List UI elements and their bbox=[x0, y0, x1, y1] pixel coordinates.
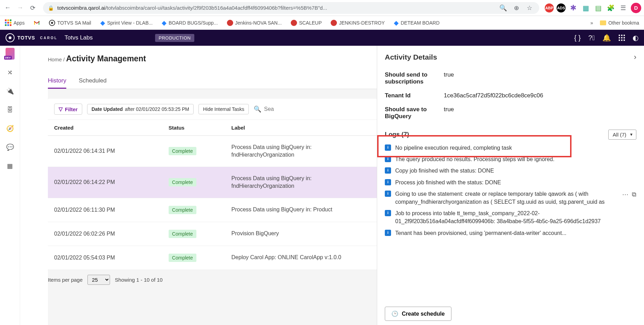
rail-chat[interactable]: 💬 bbox=[6, 143, 15, 152]
cell-label: Process Data using BigQuery in: fndHiera… bbox=[225, 167, 377, 198]
bookmark-jenkins-destroy[interactable]: JENKINS-DESTROY bbox=[329, 18, 387, 27]
search-input[interactable] bbox=[264, 106, 281, 112]
bookmark-board-bugs[interactable]: ◆ BOARD BUGS/Supp... bbox=[160, 18, 220, 28]
logs-filter-select[interactable]: All (7) bbox=[608, 130, 636, 140]
extensions-puzzle-icon[interactable]: 🧩 bbox=[606, 3, 616, 13]
detail-value: true bbox=[444, 106, 636, 120]
extension-icon-5[interactable]: ▤ bbox=[593, 3, 603, 13]
bookmark-label: Jenkins-NOVA SAN... bbox=[235, 20, 282, 26]
abp-extension-icon[interactable]: ABP bbox=[545, 3, 554, 12]
filter-chip-date[interactable]: Date Updated after 02/01/2022 05:53:25 P… bbox=[87, 104, 194, 114]
url-bar[interactable]: 🔒 totvscoimbra.qarol.ai/totvlabscoimbra/… bbox=[43, 2, 539, 14]
profile-avatar[interactable]: D bbox=[631, 3, 641, 13]
log-item[interactable]: iNo pipeline execution required, complet… bbox=[385, 144, 636, 152]
back-button[interactable]: ← bbox=[3, 3, 12, 13]
bookmark-deteam[interactable]: ◆ DETEAM BOARD bbox=[392, 18, 442, 28]
bookmark-label: DETEAM BOARD bbox=[401, 20, 440, 26]
bookmark-scaleup[interactable]: SCALEUP bbox=[289, 18, 324, 27]
collapse-panel-icon[interactable]: › bbox=[634, 53, 636, 62]
forward-button[interactable]: → bbox=[15, 3, 25, 13]
pagination: Items per page 25 Showing 1 - 10 of 10 bbox=[48, 270, 377, 290]
app-logo[interactable]: TOTVS CAROL bbox=[6, 33, 58, 42]
tab-history[interactable]: History bbox=[48, 74, 66, 89]
log-item[interactable]: iGoing to use the statement: create or r… bbox=[385, 190, 636, 206]
cell-status: Complete bbox=[162, 222, 225, 246]
jira-icon: ◆ bbox=[100, 19, 105, 27]
cell-status: Complete bbox=[162, 136, 225, 167]
rail-compass[interactable]: 🧭 bbox=[6, 124, 15, 133]
col-label[interactable]: Label bbox=[225, 120, 377, 136]
table-row[interactable]: 02/01/2022 06:11:30 PM Complete Process … bbox=[48, 198, 377, 222]
extension-icon-3[interactable]: ✱ bbox=[568, 3, 578, 13]
rail-shuffle[interactable]: ⤨ bbox=[6, 68, 15, 77]
rail-plug[interactable]: 🔌 bbox=[6, 87, 15, 96]
bookmark-label: JENKINS-DESTROY bbox=[339, 20, 384, 26]
log-item[interactable]: iTenant has been provisioned, using 'per… bbox=[385, 229, 636, 237]
bookmark-other[interactable]: Other bookma bbox=[598, 19, 641, 27]
table-wrap: ▽ Filter Date Updated after 02/01/2022 0… bbox=[48, 89, 377, 325]
log-item[interactable]: iProcess job finished with the status: D… bbox=[385, 178, 636, 186]
left-rail: DEV ⤨ 🔌 🗄 🧭 💬 ▦ bbox=[0, 46, 20, 325]
tabs: History Scheduled bbox=[48, 74, 377, 89]
apps-menu-icon[interactable] bbox=[619, 35, 625, 41]
org-name[interactable]: Totvs Labs bbox=[65, 34, 93, 41]
totvs-icon bbox=[49, 20, 55, 26]
bookmark-jenkins-nova[interactable]: Jenkins-NOVA SAN... bbox=[225, 18, 284, 27]
bookmarks-overflow[interactable]: » bbox=[590, 20, 593, 26]
rail-home[interactable]: DEV bbox=[6, 49, 15, 58]
page-size-select[interactable]: 25 bbox=[87, 275, 110, 285]
log-item[interactable]: iThe query produced no results. Processi… bbox=[385, 155, 636, 163]
hide-internal-tasks-button[interactable]: Hide Internal Tasks bbox=[198, 104, 249, 114]
breadcrumb-home[interactable]: Home bbox=[48, 56, 62, 62]
table-row[interactable]: 02/01/2022 06:14:31 PM Complete Process … bbox=[48, 136, 377, 167]
log-text: The query produced no results. Processin… bbox=[395, 155, 636, 163]
tab-scheduled[interactable]: Scheduled bbox=[79, 74, 107, 89]
brand-text: TOTVS bbox=[17, 35, 35, 41]
bookmark-gmail[interactable] bbox=[32, 19, 42, 27]
info-icon: i bbox=[385, 179, 391, 185]
cell-label: Provision BigQuery bbox=[225, 222, 377, 246]
bookmark-totvs-mail[interactable]: TOTVS SA Mail bbox=[47, 18, 93, 27]
bell-icon[interactable]: 🔔 bbox=[602, 34, 611, 42]
copy-icon[interactable]: ⧉ bbox=[632, 190, 636, 199]
log-text: No pipeline execution required, completi… bbox=[395, 144, 636, 152]
detail-row: Should send to subscriptionstrue bbox=[385, 68, 636, 89]
jenkins-icon bbox=[227, 20, 233, 26]
extension-icon-4[interactable]: ▦ bbox=[581, 3, 591, 13]
reading-list-icon[interactable]: ☰ bbox=[618, 3, 628, 13]
help-icon[interactable]: ?⃝ bbox=[588, 34, 595, 42]
bookmark-apps[interactable]: Apps bbox=[3, 18, 27, 27]
search-in-page-icon[interactable]: 🔍 bbox=[498, 3, 508, 13]
cell-label: Process Data using BigQuery in: fndHiera… bbox=[225, 136, 377, 167]
bookmark-sprint[interactable]: ◆ Sprint View - DLAB... bbox=[98, 18, 155, 28]
rail-database[interactable]: 🗄 bbox=[6, 105, 15, 114]
cell-status: Complete bbox=[162, 246, 225, 270]
status-badge: Complete bbox=[169, 178, 196, 186]
log-item[interactable]: iCopy job finished with the status: DONE bbox=[385, 167, 636, 175]
table-row[interactable]: 02/01/2022 05:54:03 PM Complete Deploy C… bbox=[48, 246, 377, 270]
table-row[interactable]: 02/01/2022 06:14:22 PM Complete Process … bbox=[48, 167, 377, 198]
table-row[interactable]: 02/01/2022 06:02:26 PM Complete Provisio… bbox=[48, 222, 377, 246]
filter-button[interactable]: ▽ Filter bbox=[54, 104, 82, 115]
logo-icon bbox=[6, 33, 15, 42]
bookmark-label: Other bookma bbox=[608, 20, 639, 26]
star-icon[interactable]: ☆ bbox=[525, 3, 534, 13]
user-icon[interactable]: ◐ bbox=[633, 34, 638, 42]
install-app-icon[interactable]: ⊕ bbox=[511, 3, 521, 13]
status-badge: Complete bbox=[169, 206, 196, 214]
reload-button[interactable]: ⟳ bbox=[28, 3, 37, 13]
more-icon[interactable]: ⋯ bbox=[622, 190, 628, 199]
code-icon[interactable]: { } bbox=[574, 34, 581, 42]
col-created[interactable]: Created bbox=[48, 120, 162, 136]
rail-layout[interactable]: ▦ bbox=[6, 161, 15, 170]
col-status[interactable]: Status bbox=[162, 120, 225, 136]
info-icon: i bbox=[385, 156, 391, 162]
status-badge: Complete bbox=[169, 147, 196, 155]
status-badge: Complete bbox=[169, 254, 196, 262]
create-schedule-button[interactable]: 🕒 Create schedule bbox=[385, 307, 451, 321]
cell-created: 02/01/2022 05:54:03 PM bbox=[48, 246, 162, 270]
search-icon[interactable]: 🔍 bbox=[254, 105, 261, 113]
url-text: totvscoimbra.qarol.ai/totvlabscoimbra/ca… bbox=[57, 5, 495, 11]
log-item[interactable]: iJob to process into table tt_temp_task_… bbox=[385, 209, 636, 225]
ads-extension-icon[interactable]: ADS bbox=[557, 3, 566, 12]
